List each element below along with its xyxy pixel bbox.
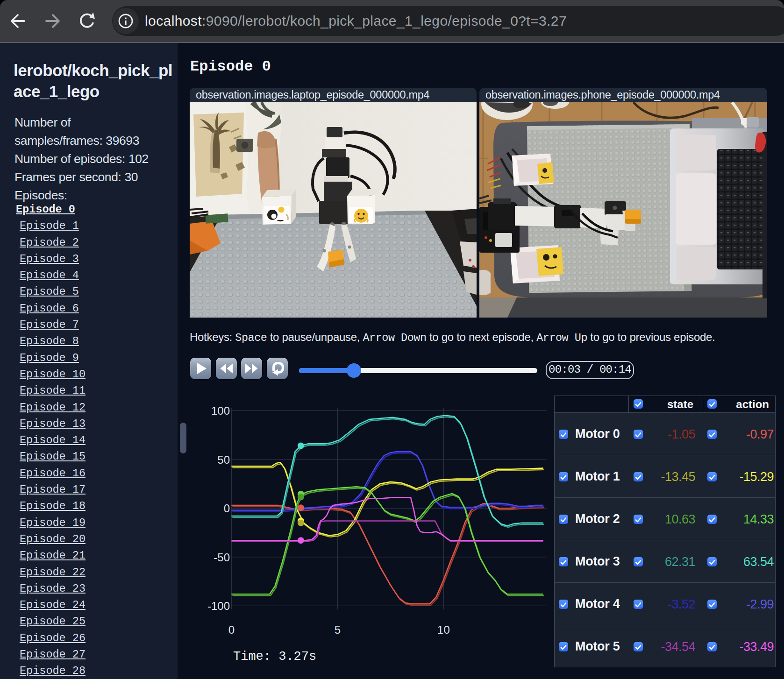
svg-text:50: 50 (217, 453, 230, 466)
svg-text:10: 10 (437, 623, 450, 636)
svg-text:5: 5 (335, 623, 341, 636)
svg-text:-100: -100 (207, 600, 230, 612)
svg-text:0: 0 (228, 623, 235, 636)
svg-text:Time: 3.27s: Time: 3.27s (233, 650, 316, 664)
svg-text:0: 0 (224, 502, 230, 515)
svg-text:-50: -50 (214, 551, 230, 564)
svg-text:100: 100 (211, 404, 230, 417)
